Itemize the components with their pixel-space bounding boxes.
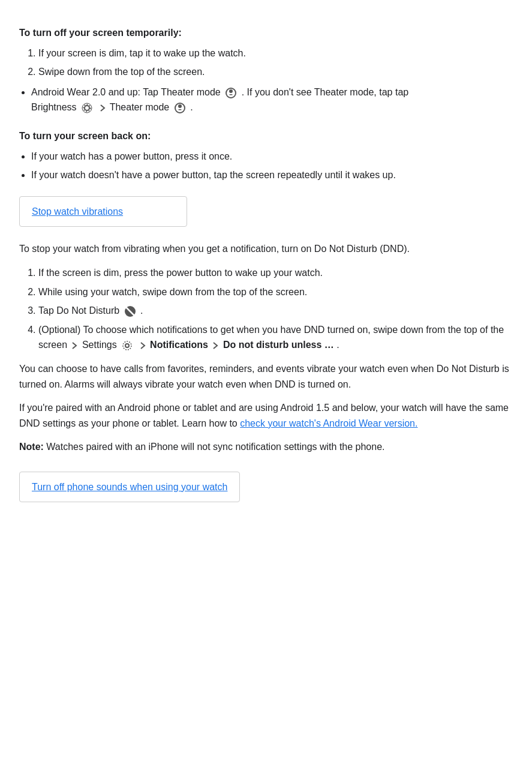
- period1: .: [190, 102, 193, 112]
- dnd-step4: (Optional) To choose which notifications…: [38, 322, 513, 353]
- check-version-link[interactable]: check your watch's Android Wear version.: [240, 418, 417, 428]
- stop-watch-box[interactable]: Stop watch vibrations: [19, 196, 187, 227]
- dnd-step4-period: .: [336, 340, 339, 350]
- dnd-step3-period: .: [140, 305, 143, 316]
- dnd-step2: While using your watch, swipe down from …: [38, 284, 513, 300]
- dnd-icon: [124, 305, 137, 318]
- svg-point-1: [229, 89, 233, 93]
- brightness-icon: [80, 101, 94, 115]
- android-wear-text2: . If you don't see Theater mode, tap: [242, 87, 393, 97]
- dnd-step1: If the screen is dim, press the power bu…: [38, 265, 513, 281]
- notifications-label: Notifications: [150, 340, 208, 350]
- svg-rect-2: [230, 94, 233, 95]
- theater-mode-icon1: [224, 86, 238, 100]
- turn-on-heading: To turn your screen back on:: [19, 128, 513, 144]
- chevron-right-icon3: [139, 341, 147, 350]
- dnd-unless-label: Do not disturb unless …: [223, 340, 334, 350]
- stop-watch-link[interactable]: Stop watch vibrations: [32, 206, 123, 217]
- turn-off-phone-link[interactable]: Turn off phone sounds when using your wa…: [32, 482, 227, 492]
- settings-label: Settings: [82, 340, 117, 350]
- note-label: Note:: [19, 442, 44, 452]
- turn-on-bullets: If your watch has a power button, press …: [31, 149, 513, 183]
- dnd-info-para: You can choose to have calls from favori…: [19, 361, 513, 392]
- android-wear-item: Android Wear 2.0 and up: Tap Theater mod…: [31, 85, 513, 115]
- dnd-step3: Tap Do Not Disturb .: [38, 303, 513, 319]
- chevron-right-icon1: [98, 104, 107, 112]
- bullet1-on: If your watch has a power button, press …: [31, 149, 513, 164]
- android-wear-text1: Android Wear 2.0 and up: Tap Theater mod…: [31, 87, 221, 97]
- chevron-right-icon4: [211, 341, 220, 350]
- brightness-label: Brightness: [31, 102, 77, 112]
- android-info-para: If you're paired with an Android phone o…: [19, 400, 513, 431]
- stop-vibrations-para: To stop your watch from vibrating when y…: [19, 241, 513, 257]
- chevron-right-icon2: [70, 341, 79, 350]
- svg-point-3: [85, 106, 89, 110]
- turn-off-phone-box[interactable]: Turn off phone sounds when using your wa…: [19, 472, 240, 503]
- turn-off-steps: If your screen is dim, tap it to wake up…: [38, 46, 513, 80]
- settings-icon: [121, 339, 134, 352]
- dnd-steps: If the screen is dim, press the power bu…: [38, 265, 513, 353]
- turn-off-heading: To turn off your screen temporarily:: [19, 25, 513, 41]
- theater-mode-label: Theater mode: [110, 102, 170, 112]
- dnd-step3-text: Tap Do Not Disturb: [38, 305, 119, 316]
- note-text: Watches paired with an iPhone will not s…: [44, 442, 385, 452]
- bullet2-on: If your watch doesn't have a power butto…: [31, 167, 513, 183]
- svg-point-7: [178, 104, 182, 108]
- android-wear-text3: tap: [395, 87, 408, 97]
- svg-point-11: [125, 344, 129, 347]
- svg-point-12: [123, 341, 131, 350]
- theater-mode-icon2: [173, 101, 187, 115]
- step2-off: Swipe down from the top of the screen.: [38, 64, 513, 80]
- svg-rect-8: [178, 109, 181, 110]
- android-wear-bullets: Android Wear 2.0 and up: Tap Theater mod…: [31, 85, 513, 115]
- note-para: Note: Watches paired with an iPhone will…: [19, 439, 513, 455]
- step1-off: If your screen is dim, tap it to wake up…: [38, 46, 513, 61]
